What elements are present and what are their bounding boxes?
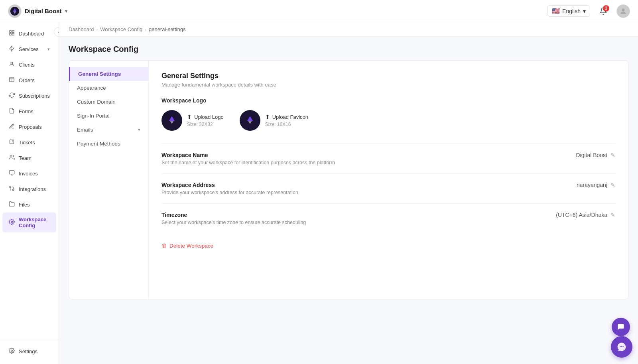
main-content: Dashboard › Workspace Config › general-s… — [59, 22, 638, 364]
sidebar-item-files[interactable]: Files — [2, 197, 56, 212]
services-icon — [9, 45, 15, 53]
sidebar-item-subscriptions[interactable]: Subscriptions — [2, 88, 56, 103]
subscriptions-icon — [9, 92, 15, 99]
sidebar-item-workspace-config[interactable]: Workspace Config — [2, 212, 56, 232]
clients-icon — [9, 61, 15, 68]
sidebar-item-dashboard[interactable]: Dashboard — [2, 26, 56, 41]
workspace-address-row: Workspace Address Provide your workspace… — [161, 173, 615, 203]
header-left: Digital Boost ▾ — [8, 4, 67, 18]
upload-logo-icon: ⬆ — [187, 114, 192, 120]
support-fab-button[interactable] — [611, 336, 632, 358]
svg-point-23 — [620, 346, 621, 347]
workspace-name-edit-icon[interactable]: ✎ — [610, 152, 615, 158]
sidebar-item-orders[interactable]: Orders — [2, 73, 56, 88]
svg-rect-5 — [12, 33, 14, 35]
config-nav-label: Payment Methods — [77, 141, 120, 147]
logo-upload-item: ⬆ Upload Logo Size: 32X32 — [161, 110, 224, 131]
config-nav-label: Custom Domain — [77, 99, 116, 105]
timezone-row: Timezone Select your workspace's time zo… — [161, 203, 615, 233]
breadcrumb-sep-2: › — [145, 27, 146, 32]
workspace-name-field-label: Workspace Name — [161, 152, 576, 158]
sidebar-item-services[interactable]: Services ▾ — [2, 41, 56, 57]
top-header: Digital Boost ▾ 🇺🇸 English ▾ 1 — [0, 0, 638, 22]
sidebar-item-label: Tickets — [19, 140, 35, 146]
sidebar-item-label: Orders — [19, 77, 35, 83]
sidebar-item-tickets[interactable]: Tickets — [2, 135, 56, 150]
svg-rect-3 — [12, 31, 14, 32]
sidebar-item-label: Team — [19, 155, 32, 161]
workspace-address-desc: Provide your workspace's address for acc… — [161, 190, 361, 195]
forms-icon — [9, 108, 15, 115]
upload-favicon-button[interactable]: ⬆ Upload Favicon — [265, 114, 308, 120]
favicon-size-label: Size: 16X16 — [265, 122, 308, 127]
section-title: General Settings — [161, 72, 615, 80]
upload-logo-button[interactable]: ⬆ Upload Logo — [187, 114, 224, 120]
sidebar-item-invoices[interactable]: Invoices — [2, 166, 56, 181]
upload-favicon-label: Upload Favicon — [272, 114, 308, 120]
svg-point-12 — [10, 155, 12, 157]
svg-marker-6 — [10, 46, 14, 51]
upload-favicon-icon: ⬆ — [265, 114, 270, 120]
config-nav-custom-domain[interactable]: Custom Domain — [69, 95, 148, 109]
sidebar-item-team[interactable]: Team — [2, 150, 56, 165]
workspace-name-left: Workspace Name Set the name of your work… — [161, 152, 576, 165]
config-nav-payment-methods[interactable]: Payment Methods — [69, 137, 148, 151]
config-nav-label: Appearance — [77, 85, 106, 91]
timezone-edit-icon[interactable]: ✎ — [610, 212, 615, 218]
sidebar-item-label: Clients — [19, 62, 35, 68]
favicon-upload-item: ⬆ Upload Favicon Size: 16X16 — [240, 110, 308, 131]
config-left-nav: General Settings Appearance Custom Domai… — [69, 61, 149, 299]
notifications-button[interactable]: 1 — [597, 4, 610, 18]
workspace-address-left: Workspace Address Provide your workspace… — [161, 182, 577, 195]
logo-section: Workspace Logo — [161, 97, 615, 131]
workspace-avatar[interactable] — [8, 4, 22, 18]
config-nav-sign-in-portal[interactable]: Sign-In Portal — [69, 109, 148, 123]
app-body: ‹ Dashboard Services ▾ Clients — [0, 22, 638, 364]
sidebar-item-forms[interactable]: Forms — [2, 104, 56, 119]
config-nav-label: Emails — [77, 127, 93, 133]
svg-point-24 — [621, 346, 622, 347]
timezone-field-label: Timezone — [161, 212, 556, 218]
breadcrumb-current: general-settings — [149, 26, 186, 32]
tickets-icon — [9, 139, 15, 146]
delete-workspace-button[interactable]: 🗑 Delete Workspace — [161, 243, 615, 249]
delete-workspace-icon: 🗑 — [161, 243, 167, 249]
sidebar-item-label: Services — [19, 46, 39, 52]
language-selector[interactable]: 🇺🇸 English ▾ — [547, 5, 590, 17]
config-right-content: General Settings Manage fundamental work… — [149, 61, 628, 299]
breadcrumb-dashboard[interactable]: Dashboard — [69, 26, 94, 32]
sidebar-item-clients[interactable]: Clients — [2, 57, 56, 72]
section-subtitle: Manage fundamental workspace details wit… — [161, 82, 615, 88]
breadcrumb-workspace-config[interactable]: Workspace Config — [100, 26, 142, 32]
timezone-desc: Select your workspace's time zone to ens… — [161, 220, 361, 225]
delete-workspace-label: Delete Workspace — [169, 243, 213, 249]
svg-point-19 — [11, 221, 13, 223]
flag-icon: 🇺🇸 — [552, 7, 560, 15]
workspace-name-row: Workspace Name Set the name of your work… — [161, 144, 615, 173]
logo-row: ⬆ Upload Logo Size: 32X32 — [161, 110, 615, 131]
logo-section-title: Workspace Logo — [161, 97, 615, 104]
svg-rect-13 — [9, 171, 14, 174]
dashboard-icon — [9, 30, 15, 37]
user-avatar[interactable] — [616, 4, 630, 18]
config-nav-label: Sign-In Portal — [77, 113, 110, 119]
header-right: 🇺🇸 English ▾ 1 — [547, 4, 630, 18]
workspace-address-edit-icon[interactable]: ✎ — [610, 182, 615, 188]
config-nav-appearance[interactable]: Appearance — [69, 81, 148, 95]
sidebar-nav: Dashboard Services ▾ Clients Orders — [0, 22, 59, 340]
orders-icon — [9, 77, 15, 84]
logo-upload-controls: ⬆ Upload Logo Size: 32X32 — [187, 114, 224, 127]
workspace-chevron-icon[interactable]: ▾ — [65, 8, 67, 14]
sidebar-item-settings[interactable]: Settings — [2, 344, 56, 359]
workspace-name-current-value: Digital Boost — [576, 152, 607, 158]
sidebar-item-integrations[interactable]: Integrations — [2, 181, 56, 197]
sidebar-item-label: Subscriptions — [19, 93, 50, 99]
chat-fab-button[interactable] — [612, 318, 630, 336]
config-nav-general-settings[interactable]: General Settings — [69, 67, 148, 81]
config-nav-emails[interactable]: Emails ▾ — [69, 123, 148, 137]
sidebar-item-proposals[interactable]: Proposals — [2, 119, 56, 134]
svg-rect-8 — [10, 77, 14, 82]
page-title: Workspace Config — [69, 45, 628, 54]
team-icon — [9, 154, 15, 161]
emails-chevron-icon: ▾ — [138, 127, 140, 132]
